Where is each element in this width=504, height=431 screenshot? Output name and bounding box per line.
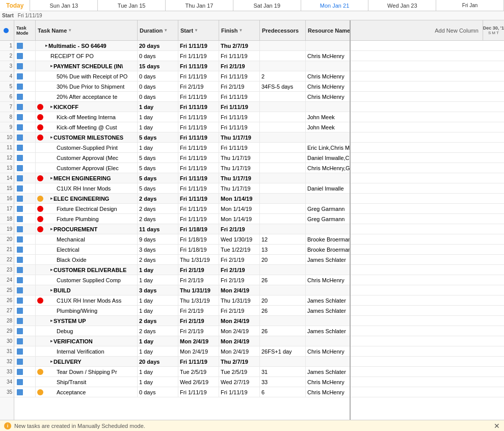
task-row-35[interactable]: Acceptance0 daysFri 1/11/19Fri 1/11/196C… [14, 387, 350, 397]
start-cell-14: Fri 1/11/19 [178, 173, 219, 183]
row-num-17: 17 [0, 204, 14, 214]
task-row-20[interactable]: Mechanical9 daysFri 1/18/19Wed 1/30/1912… [14, 234, 350, 245]
dec30-header: Dec 30, '1 SMT [483, 20, 504, 41]
task-row-16[interactable]: ▸ELEC ENGINEERING2 daysFri 1/11/19Mon 1/… [14, 194, 350, 204]
collapse-triangle-1[interactable]: ▸ [45, 43, 47, 48]
task-row-11[interactable]: Customer-Supplied Print1 dayFri 1/11/19F… [14, 143, 350, 153]
task-row-26[interactable]: C1UX RH Inner Mods Ass1 dayThu 1/31/19Th… [14, 295, 350, 306]
row-num-12: 12 [0, 153, 14, 163]
notification-message: New tasks are created in Manually Schedu… [14, 423, 145, 429]
task-row-1[interactable]: ▸Multimatic - SO 6464920 daysFri 1/11/19… [14, 41, 350, 51]
task-row-9[interactable]: Kick-off Meeting @ Cust1 dayFri 1/11/19F… [14, 122, 350, 132]
finish-cell-24: Fri 2/1/19 [219, 275, 260, 285]
task-row-34[interactable]: Ship/Transit1 dayWed 2/6/19Wed 2/7/1933C… [14, 377, 350, 387]
task-row-32[interactable]: ▸DELIVERY20 daysFri 1/11/19Thu 2/7/19 [14, 357, 350, 367]
task-row-5[interactable]: 30% Due Prior to Shipment0 daysFri 2/1/1… [14, 82, 350, 92]
task-mode-icon-26 [17, 298, 23, 304]
task-mode-cell-23 [14, 265, 36, 275]
duration-header[interactable]: Duration ▼ [138, 20, 178, 40]
close-notification-button[interactable]: ✕ [494, 422, 500, 430]
finish-header[interactable]: Finish ▼ [219, 20, 260, 40]
collapse-triangle-14[interactable]: ▸ [50, 176, 52, 180]
task-row-21[interactable]: Electrical3 daysFri 1/18/19Tue 1/22/1913… [14, 245, 350, 255]
task-name-text-10: CUSTOMER MILESTONES [54, 134, 123, 141]
resource-cell-35: Chris McHenry [306, 387, 351, 397]
task-name-cell-26: C1UX RH Inner Mods Ass [36, 295, 138, 305]
collapse-triangle-10[interactable]: ▸ [50, 135, 52, 140]
predecessors-cell-16 [260, 194, 306, 203]
task-row-4[interactable]: 50% Due with Receipt of PO0 daysFri 1/11… [14, 71, 350, 82]
collapse-triangle-28[interactable]: ▸ [50, 318, 52, 323]
task-mode-icon-5 [17, 84, 23, 90]
task-row-29[interactable]: Debug2 daysFri 2/1/19Mon 2/4/1926James S… [14, 326, 350, 336]
task-row-17[interactable]: Fixture Electrical Design2 daysFri 1/11/… [14, 204, 350, 214]
finish-cell-35: Fri 1/11/19 [219, 387, 260, 397]
task-row-33[interactable]: Tear Down / Shipping Pr1 dayTue 2/5/19Tu… [14, 367, 350, 377]
row-num-4: 4 [0, 71, 14, 82]
task-row-24[interactable]: Customer Supplied Comp1 dayFri 2/1/19Fri… [14, 275, 350, 285]
gantt-row-28 [351, 316, 504, 326]
task-row-19[interactable]: ▸PROCUREMENT11 daysFri 1/18/19Fri 2/1/19 [14, 224, 350, 234]
resource-cell-9: John Meek [306, 122, 351, 132]
collapse-triangle-23[interactable]: ▸ [50, 267, 52, 272]
collapse-triangle-3[interactable]: ▸ [50, 64, 52, 68]
task-mode-cell-1 [14, 41, 36, 50]
finish-cell-13: Thu 1/17/19 [219, 163, 260, 173]
duration-cell-7: 1 day [138, 102, 178, 112]
start-cell-15: Fri 1/11/19 [178, 183, 219, 193]
resource-names-header[interactable]: Resource Names ▼ [306, 20, 351, 40]
collapse-triangle-19[interactable]: ▸ [50, 227, 52, 231]
start-header[interactable]: Start ▼ [178, 20, 219, 40]
task-name-cell-31: Internal Verification [36, 346, 138, 356]
indicator-26 [37, 298, 43, 304]
task-row-25[interactable]: ▸BUILD3 daysThu 1/31/19Mon 2/4/19 [14, 285, 350, 295]
collapse-triangle-7[interactable]: ▸ [50, 104, 52, 109]
task-row-8[interactable]: Kick-off Meeting Interna1 dayFri 1/11/19… [14, 112, 350, 122]
task-row-13[interactable]: Customer Approval (Elec5 daysFri 1/11/19… [14, 163, 350, 173]
task-row-23[interactable]: ▸CUSTOMER DELIVERABLE1 dayFri 2/1/19Fri … [14, 265, 350, 275]
task-row-10[interactable]: ▸CUSTOMER MILESTONES5 daysFri 1/11/19Thu… [14, 132, 350, 143]
add-new-column-button[interactable]: Add New Column [431, 20, 483, 40]
predecessors-header[interactable]: Predecessors [260, 20, 306, 40]
task-mode-cell-24 [14, 275, 36, 285]
row-num-21: 21 [0, 245, 14, 255]
task-name-text-12: Customer Approval (Mec [57, 155, 118, 161]
predecessors-cell-18 [260, 214, 306, 224]
task-row-31[interactable]: Internal Verification1 dayMon 2/4/19Mon … [14, 346, 350, 357]
predecessors-cell-10 [260, 132, 306, 142]
task-mode-icon-28 [17, 318, 23, 324]
task-row-3[interactable]: ▸PAYMENT SCHEDULE (IN\15 daysFri 1/11/19… [14, 61, 350, 71]
row-num-7: 7 [0, 102, 14, 112]
collapse-triangle-16[interactable]: ▸ [50, 196, 52, 201]
task-mode-cell-31 [14, 346, 36, 356]
task-row-22[interactable]: Black Oxide2 daysThu 1/31/19Fri 2/1/1920… [14, 255, 350, 265]
task-mode-header[interactable]: Task Mode [14, 20, 36, 40]
collapse-triangle-30[interactable]: ▸ [50, 339, 52, 343]
duration-cell-30: 1 day [138, 336, 178, 346]
task-name-header[interactable]: Task Name ▼ [36, 20, 138, 40]
task-mode-icon-1 [17, 43, 23, 49]
task-row-14[interactable]: ▸MECH ENGINEERING5 daysFri 1/11/19Thu 1/… [14, 173, 350, 183]
task-name-text-4: 50% Due with Receipt of PO [57, 73, 127, 79]
indicator-empty-1 [37, 43, 43, 49]
indicator-empty-5 [37, 84, 43, 90]
task-row-7[interactable]: ▸KICKOFF1 dayFri 1/11/19Fri 1/11/19 [14, 102, 350, 112]
task-row-12[interactable]: Customer Approval (Mec5 daysFri 1/11/19T… [14, 153, 350, 163]
collapse-triangle-32[interactable]: ▸ [50, 359, 52, 364]
task-mode-cell-7 [14, 102, 36, 112]
finish-cell-34: Wed 2/7/19 [219, 377, 260, 387]
today-button[interactable]: Today [0, 0, 30, 11]
task-name-cell-11: Customer-Supplied Print [36, 143, 138, 152]
task-row-6[interactable]: 20% After acceptance te0 daysFri 1/11/19… [14, 92, 350, 102]
predecessors-cell-8 [260, 112, 306, 122]
row-num-2: 2 [0, 51, 14, 61]
task-row-27[interactable]: Plumbing/Wiring1 dayFri 2/1/19Fri 2/1/19… [14, 306, 350, 316]
collapse-triangle-25[interactable]: ▸ [50, 288, 52, 292]
task-row-15[interactable]: C1UX RH Inner Mods5 daysFri 1/11/19Thu 1… [14, 183, 350, 194]
row-num-35: 35 [0, 387, 14, 397]
task-row-28[interactable]: ▸SYSTEM UP2 daysFri 2/1/19Mon 2/4/19 [14, 316, 350, 326]
task-row-2[interactable]: RECEIPT OF PO0 daysFri 1/11/19Fri 1/11/1… [14, 51, 350, 61]
finish-cell-25: Mon 2/4/19 [219, 285, 260, 295]
task-row-18[interactable]: Fixture Plumbing2 daysFri 1/11/19Mon 1/1… [14, 214, 350, 224]
task-row-30[interactable]: ▸VERIFICATION1 dayMon 2/4/19Mon 2/4/19 [14, 336, 350, 346]
